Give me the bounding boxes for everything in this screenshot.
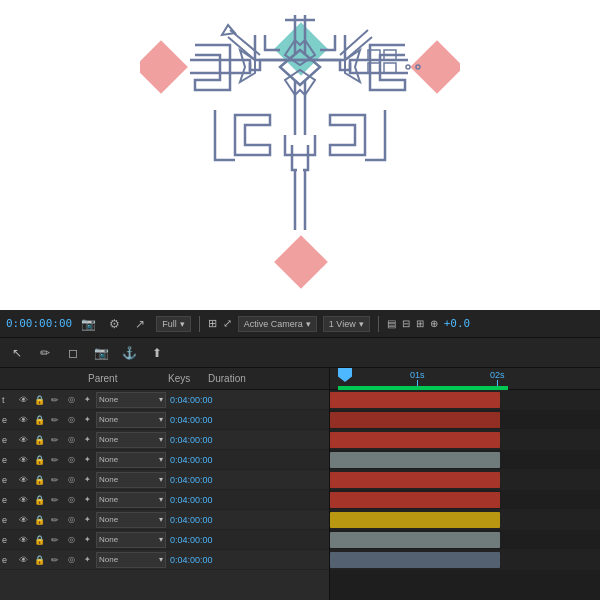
parent-dropdown[interactable]: None ▾ (96, 412, 166, 428)
track-bar[interactable] (330, 492, 500, 508)
layer-visibility-icon[interactable]: 👁 (16, 433, 30, 447)
track-bar[interactable] (330, 552, 500, 568)
layer-visibility-icon[interactable]: 👁 (16, 473, 30, 487)
layer-row: e 👁 🔒 ✏ ◎ ✦ None ▾ 0:04:00:00 (0, 550, 329, 570)
layout-icon3[interactable]: ⊞ (416, 318, 424, 329)
cursor-tool[interactable]: ↖ (6, 342, 28, 364)
header-parent: Parent (88, 373, 168, 384)
parent-dropdown[interactable]: None ▾ (96, 392, 166, 408)
layer-star-icon[interactable]: ✦ (80, 453, 94, 467)
layer-edit-icon[interactable]: ✏ (48, 453, 62, 467)
parent-dropdown[interactable]: None ▾ (96, 492, 166, 508)
layer-lock-icon[interactable]: 🔒 (32, 533, 46, 547)
layer-circle-icon[interactable]: ◎ (64, 433, 78, 447)
track-bar[interactable] (330, 412, 500, 428)
layer-circle-icon[interactable]: ◎ (64, 513, 78, 527)
svg-point-4 (406, 65, 410, 69)
camera-view-button[interactable]: Active Camera ▾ (238, 316, 317, 332)
bottom-panel: ↖ ✏ ◻ 📷 ⚓ ⬆ Parent Keys Duration t 👁 🔒 ✏… (0, 338, 600, 600)
layer-visibility-icon[interactable]: 👁 (16, 493, 30, 507)
layer-lock-icon[interactable]: 🔒 (32, 453, 46, 467)
track-bar[interactable] (330, 472, 500, 488)
parent-dropdown[interactable]: None ▾ (96, 452, 166, 468)
diamond-left (140, 40, 188, 94)
track-rows-container (330, 390, 600, 570)
parent-dropdown[interactable]: None ▾ (96, 532, 166, 548)
layer-rows: t 👁 🔒 ✏ ◎ ✦ None ▾ 0:04:00:00 e 👁 🔒 ✏ ◎ … (0, 390, 329, 570)
export-tool[interactable]: ⬆ (146, 342, 168, 364)
layer-circle-icon[interactable]: ◎ (64, 553, 78, 567)
layer-visibility-icon[interactable]: 👁 (16, 533, 30, 547)
layer-edit-icon[interactable]: ✏ (48, 533, 62, 547)
track-bar[interactable] (330, 432, 500, 448)
duration-value: 0:04:00:00 (170, 435, 213, 445)
diamond-right (410, 40, 460, 94)
separator (199, 316, 200, 332)
anchor-tool[interactable]: ⚓ (118, 342, 140, 364)
layer-star-icon[interactable]: ✦ (80, 473, 94, 487)
layer-visibility-icon[interactable]: 👁 (16, 513, 30, 527)
layer-lock-icon[interactable]: 🔒 (32, 413, 46, 427)
duration-value: 0:04:00:00 (170, 395, 213, 405)
duration-value: 0:04:00:00 (170, 555, 213, 565)
parent-dropdown[interactable]: None ▾ (96, 512, 166, 528)
layer-star-icon[interactable]: ✦ (80, 513, 94, 527)
playhead[interactable] (338, 368, 352, 382)
view-count-button[interactable]: 1 View ▾ (323, 316, 370, 332)
quality-button[interactable]: Full ▾ (156, 316, 191, 332)
layer-visibility-icon[interactable]: 👁 (16, 453, 30, 467)
camera-tool[interactable]: 📷 (90, 342, 112, 364)
layer-circle-icon[interactable]: ◎ (64, 453, 78, 467)
parent-dropdown[interactable]: None ▾ (96, 432, 166, 448)
viewer-toolbar: 0:00:00:00 📷 ⚙ ↗ Full ▾ ⊞ ⤢ Active Camer… (0, 310, 600, 338)
layer-circle-icon[interactable]: ◎ (64, 473, 78, 487)
layer-star-icon[interactable]: ✦ (80, 493, 94, 507)
layer-lock-icon[interactable]: 🔒 (32, 473, 46, 487)
layer-star-icon[interactable]: ✦ (80, 413, 94, 427)
plus-icon[interactable]: ⊕ (430, 318, 438, 329)
track-bar[interactable] (330, 392, 500, 408)
layer-visibility-icon[interactable]: 👁 (16, 393, 30, 407)
layer-visibility-icon[interactable]: 👁 (16, 553, 30, 567)
layout-icon1[interactable]: ▤ (387, 318, 396, 329)
pen-tool[interactable]: ✏ (34, 342, 56, 364)
layer-circle-icon[interactable]: ◎ (64, 493, 78, 507)
camera-icon[interactable]: 📷 (78, 314, 98, 334)
layer-lock-icon[interactable]: 🔒 (32, 393, 46, 407)
layer-edit-icon[interactable]: ✏ (48, 553, 62, 567)
layer-circle-icon[interactable]: ◎ (64, 393, 78, 407)
layer-edit-icon[interactable]: ✏ (48, 413, 62, 427)
layer-edit-icon[interactable]: ✏ (48, 493, 62, 507)
layer-lock-icon[interactable]: 🔒 (32, 493, 46, 507)
layer-lock-icon[interactable]: 🔒 (32, 513, 46, 527)
layer-edit-icon[interactable]: ✏ (48, 433, 62, 447)
layer-row: e 👁 🔒 ✏ ◎ ✦ None ▾ 0:04:00:00 (0, 530, 329, 550)
layer-star-icon[interactable]: ✦ (80, 553, 94, 567)
layer-visibility-icon[interactable]: 👁 (16, 413, 30, 427)
settings-icon[interactable]: ⚙ (104, 314, 124, 334)
layer-edit-icon[interactable]: ✏ (48, 393, 62, 407)
layer-lock-icon[interactable]: 🔒 (32, 553, 46, 567)
parent-dropdown[interactable]: None ▾ (96, 472, 166, 488)
header-duration: Duration (208, 373, 288, 384)
shape-tool[interactable]: ◻ (62, 342, 84, 364)
share-icon[interactable]: ↗ (130, 314, 150, 334)
grid-icon[interactable]: ⊞ (208, 317, 217, 330)
time-display: 0:00:00:00 (6, 317, 72, 330)
layer-star-icon[interactable]: ✦ (80, 533, 94, 547)
track-bar[interactable] (330, 512, 500, 528)
layer-edit-icon[interactable]: ✏ (48, 473, 62, 487)
layer-star-icon[interactable]: ✦ (80, 393, 94, 407)
layer-circle-icon[interactable]: ◎ (64, 413, 78, 427)
layer-edit-icon[interactable]: ✏ (48, 513, 62, 527)
track-bar[interactable] (330, 452, 500, 468)
layer-star-icon[interactable]: ✦ (80, 433, 94, 447)
view-arrow: ▾ (306, 319, 311, 329)
expand-icon[interactable]: ⤢ (223, 317, 232, 330)
layout-icon2[interactable]: ⊟ (402, 318, 410, 329)
track-row (330, 430, 600, 450)
track-bar[interactable] (330, 532, 500, 548)
layer-lock-icon[interactable]: 🔒 (32, 433, 46, 447)
parent-dropdown[interactable]: None ▾ (96, 552, 166, 568)
layer-circle-icon[interactable]: ◎ (64, 533, 78, 547)
